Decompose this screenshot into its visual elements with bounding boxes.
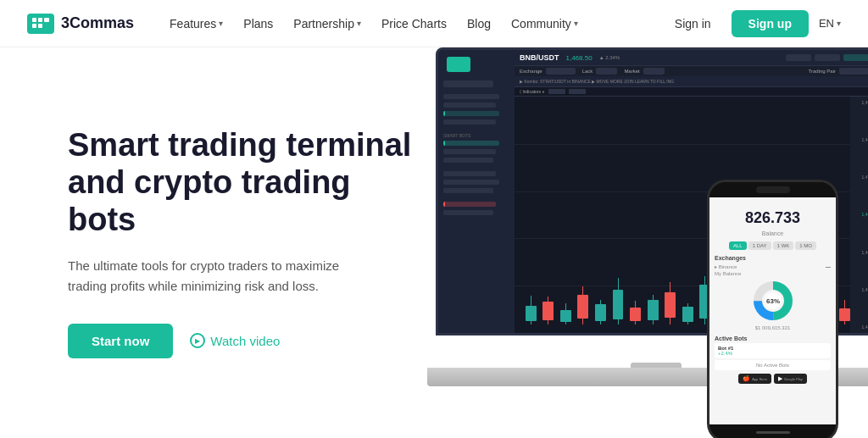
chevron-down-icon: ▾ [357, 19, 361, 28]
phone-screen: 826.733 Balance ALL 1 DAY 1 WK 1 MO Exch… [709, 197, 836, 424]
svg-text:63%: 63% [765, 297, 779, 305]
nav-item-price-charts[interactable]: Price Charts [373, 12, 455, 36]
phone-tab-1month[interactable]: 1 MO [795, 241, 816, 250]
play-icon: ▶ [190, 333, 205, 348]
nav-actions: Sign in Sign up EN ▾ [665, 10, 841, 37]
playstore-badge[interactable]: ▶ Google Play [774, 374, 807, 384]
chevron-down-icon: ▾ [574, 19, 578, 28]
start-now-button[interactable]: Start now [68, 324, 173, 358]
hero-section: Smart trading terminal and crypto tradin… [0, 47, 868, 438]
current-price: 1,468.50 [566, 54, 593, 62]
phone-mockup: 826.733 Balance ALL 1 DAY 1 WK 1 MO Exch… [707, 180, 838, 438]
logo-text: 3Commas [61, 14, 134, 32]
svg-rect-3 [32, 24, 36, 28]
watch-video-button[interactable]: ▶ Watch video [190, 333, 280, 348]
phone-bot-row-1: Bot #1 +2.4% [715, 343, 831, 358]
phone-balance-sub: Balance [715, 230, 831, 236]
screen-toolbar: Exchange Lack Market Trading Pair [515, 66, 868, 76]
phone-bot-row-2: No Active Bots [715, 360, 831, 370]
svg-rect-4 [38, 24, 42, 28]
chart-annotation-bar: ▶ Kombo: STRAT/USDT in BINANCE ▶ MOVE MO… [515, 76, 868, 87]
screen-header: BNB/USDT 1,468.50 ▲ 2.34% [515, 50, 868, 66]
balance-amount: $1 009,615.321 [715, 325, 831, 330]
phone-tab-1day[interactable]: 1 DAY [748, 241, 771, 250]
sign-up-button[interactable]: Sign up [732, 10, 809, 37]
logo[interactable]: 3Commas [27, 14, 134, 34]
appstore-badge[interactable]: 🍎 App Store [738, 374, 771, 384]
price-axis: 1,490 1,480 1,470 1,468 1,460 1,450 1,44… [850, 97, 868, 333]
nav-item-plans[interactable]: Plans [235, 12, 281, 36]
chart-indicators: ⟨ Indicators ∨ [515, 87, 868, 97]
phone-outer: 826.733 Balance ALL 1 DAY 1 WK 1 MO Exch… [707, 180, 838, 438]
trading-pair: BNB/USDT [520, 53, 559, 62]
nav-item-partnership[interactable]: Partnership ▾ [285, 12, 370, 36]
logo-icon [27, 14, 54, 34]
phone-home-indicator [756, 431, 790, 434]
phone-balance: 826.733 [715, 202, 831, 230]
phone-tab-1week[interactable]: 1 WK [773, 241, 794, 250]
sign-in-button[interactable]: Sign in [665, 12, 721, 36]
phone-exchange-row: ▸ Binance — [715, 263, 831, 269]
phone-my-balance-row: My Balance [715, 271, 831, 276]
phone-notch-pill [756, 186, 790, 193]
phone-tabs: ALL 1 DAY 1 WK 1 MO [715, 241, 831, 250]
hero-subtitle: The ultimate tools for crypto traders to… [68, 256, 373, 297]
screen-logo-icon [447, 57, 470, 72]
chevron-down-icon: ▾ [837, 19, 841, 28]
hero-devices: SMART BOTS [393, 47, 868, 438]
hero-content: Smart trading terminal and crypto tradin… [68, 127, 424, 358]
phone-active-bots-title: Active Bots [715, 335, 831, 341]
nav-links: Features ▾ Plans Partnership ▾ Price Cha… [161, 12, 665, 36]
no-active-bots: No Active Bots [718, 363, 827, 368]
svg-rect-2 [44, 18, 49, 22]
hero-cta: Start now ▶ Watch video [68, 324, 424, 358]
language-selector[interactable]: EN ▾ [819, 17, 841, 30]
hero-title: Smart trading terminal and crypto tradin… [68, 127, 424, 238]
phone-bottom-bar [709, 424, 836, 438]
app-store-badges: 🍎 App Store ▶ Google Play [715, 374, 831, 384]
nav-item-community[interactable]: Community ▾ [503, 12, 587, 36]
chevron-down-icon: ▾ [219, 19, 223, 28]
svg-rect-1 [38, 18, 42, 22]
screen-sidebar: SMART BOTS [438, 50, 515, 333]
phone-donut-chart: 63% [752, 280, 794, 322]
nav-item-features[interactable]: Features ▾ [161, 12, 231, 36]
navbar: 3Commas Features ▾ Plans Partnership ▾ P… [0, 0, 868, 47]
nav-item-blog[interactable]: Blog [459, 12, 499, 36]
svg-rect-0 [32, 18, 36, 22]
phone-exchanges-title: Exchanges [715, 255, 831, 261]
phone-notch [709, 182, 836, 197]
phone-tab-all[interactable]: ALL [729, 241, 747, 250]
